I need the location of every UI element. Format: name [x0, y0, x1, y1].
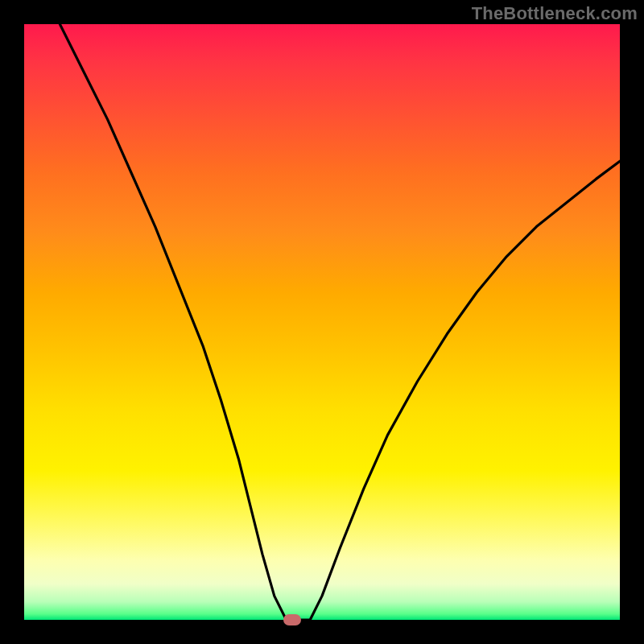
optimum-marker: [283, 614, 301, 625]
plot-area: [24, 24, 620, 620]
chart-frame: TheBottleneck.com: [0, 0, 644, 644]
watermark-text: TheBottleneck.com: [472, 3, 638, 24]
curve-svg: [24, 24, 620, 620]
bottleneck-curve: [60, 24, 620, 620]
